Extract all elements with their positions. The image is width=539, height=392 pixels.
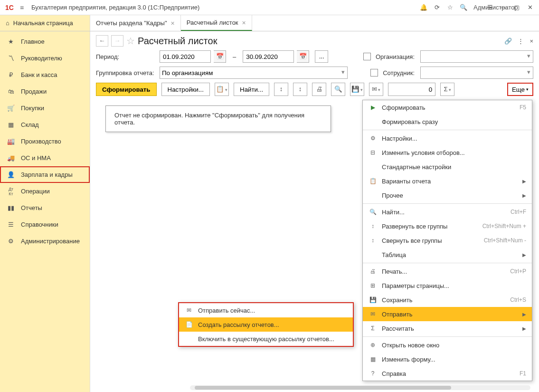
titlebar: 1С ≡ Бухгалтерия предприятия, редакция 3… — [0, 0, 539, 15]
menu-create-mailing[interactable]: 📄Создать рассылку отчетов... — [179, 317, 353, 332]
star-icon: ★ — [7, 38, 15, 45]
dtkt-icon: ДтКт — [7, 187, 15, 196]
menu-help[interactable]: ?СправкаF1 — [363, 366, 532, 381]
menu-settings[interactable]: ⚙Настройки... — [363, 131, 532, 145]
expand-button[interactable]: ↕ — [274, 83, 288, 96]
menu-send-now[interactable]: ✉Отправить сейчас... — [179, 303, 353, 317]
sidebar-item-salary[interactable]: 👤Зарплата и кадры — [0, 166, 90, 183]
sidebar: ★Главное 〽Руководителю ₽Банк и касса 🛍Пр… — [0, 31, 90, 392]
link-icon[interactable]: 🔗 — [504, 38, 512, 45]
user-label[interactable]: Администратор — [471, 4, 483, 11]
factory-icon: 🏭 — [7, 138, 15, 145]
sum-field[interactable] — [388, 83, 435, 96]
menu-calc[interactable]: ΣРассчитать▶ — [363, 321, 532, 335]
menu-save[interactable]: 💾СохранитьCtrl+S — [363, 293, 532, 307]
close-page-icon[interactable]: × — [530, 38, 533, 45]
close-icon[interactable]: × — [171, 19, 175, 27]
close-icon[interactable]: × — [242, 19, 246, 27]
chart-icon: 〽 — [7, 55, 15, 62]
collapse-button[interactable]: ↕ — [293, 83, 307, 96]
menu-new-window[interactable]: ⊕Открыть новое окно — [363, 338, 532, 352]
menu-generate-now[interactable]: Формировать сразу — [363, 115, 532, 129]
bell-icon[interactable]: 🔔 — [417, 4, 430, 11]
settings-button[interactable]: Настройки... — [161, 83, 210, 96]
sidebar-item-assets[interactable]: 🚚ОС и НМА — [0, 150, 90, 166]
menu-find[interactable]: 🔍Найти...Ctrl+F — [363, 205, 532, 219]
menu-print[interactable]: 🖨Печать...Ctrl+P — [363, 264, 532, 278]
menu-filters[interactable]: ⊟Изменить условия отборов... — [363, 145, 532, 160]
report-area: Отчет не сформирован. Нажмите "Сформиров… — [105, 105, 331, 132]
horizontal-scrollbar[interactable] — [190, 385, 530, 390]
date-from-input[interactable] — [160, 50, 211, 63]
maximize-button[interactable]: ▢ — [511, 4, 523, 11]
menu-edit-form[interactable]: ▦Изменить форму... — [363, 352, 532, 366]
preview-button[interactable]: 🔍 — [331, 83, 345, 96]
bag-icon: 🛍 — [7, 88, 15, 95]
settings-icon[interactable]: ☰ — [484, 4, 496, 11]
sigma-button[interactable]: Σ — [440, 83, 454, 96]
emp-checkbox[interactable] — [370, 69, 378, 76]
kebab-icon[interactable]: ⋮ — [518, 38, 524, 45]
tab-home[interactable]: ⌂ Начальная страница — [0, 15, 90, 31]
menu-variants[interactable]: 📋Варианты отчета▶ — [363, 174, 532, 188]
nav-forward-button[interactable]: → — [111, 35, 123, 47]
sidebar-item-main[interactable]: ★Главное — [0, 33, 90, 50]
org-field[interactable] — [420, 50, 533, 63]
bars-icon: ▮▮ — [7, 204, 15, 211]
page-title: Расчетный листок — [138, 36, 217, 47]
org-label: Организация: — [376, 53, 415, 60]
more-button[interactable]: Еще▾ — [507, 83, 533, 96]
org-checkbox[interactable] — [363, 53, 371, 60]
find-button[interactable]: Найти... — [234, 83, 269, 96]
favorite-icon[interactable]: ☆ — [126, 35, 135, 47]
close-button[interactable]: ✕ — [524, 4, 536, 11]
sidebar-item-reports[interactable]: ▮▮Отчеты — [0, 200, 90, 216]
mail-button[interactable]: ✉ — [369, 83, 383, 96]
sidebar-item-bank[interactable]: ₽Банк и касса — [0, 67, 90, 83]
grouping-select[interactable] — [160, 67, 348, 79]
sidebar-item-manager[interactable]: 〽Руководителю — [0, 50, 90, 67]
home-icon: ⌂ — [6, 19, 9, 27]
history-icon[interactable]: ⟳ — [431, 4, 443, 11]
date-to-input[interactable] — [243, 50, 294, 63]
menu-page-params[interactable]: ⊞Параметры страницы... — [363, 278, 532, 293]
menu-std-settings[interactable]: Стандартные настройки — [363, 160, 532, 174]
sidebar-item-sales[interactable]: 🛍Продажи — [0, 83, 90, 100]
menu-collapse-all[interactable]: ↕Свернуть все группыCtrl+Shift+Num - — [363, 233, 532, 248]
sidebar-item-production[interactable]: 🏭Производство — [0, 133, 90, 150]
menu-send[interactable]: ✉Отправить▶ — [363, 307, 532, 321]
tab-payslip[interactable]: Расчетный листок × — [181, 15, 252, 31]
send-submenu: ✉Отправить сейчас... 📄Создать рассылку о… — [178, 302, 354, 347]
sidebar-item-admin[interactable]: ⚙Администрирование — [0, 233, 90, 249]
logo-icon: 1С — [3, 3, 16, 12]
save-button[interactable]: 💾 — [350, 83, 364, 96]
tabs: ⌂ Начальная страница Отчеты раздела "Кад… — [0, 15, 539, 31]
period-picker-button[interactable]: ... — [315, 50, 328, 63]
hamburger-icon[interactable]: ≡ — [16, 4, 28, 11]
menu-include-mailing[interactable]: Включить в существующую рассылку отчетов… — [179, 332, 353, 346]
generate-button[interactable]: Сформировать — [96, 83, 157, 96]
tab-reports[interactable]: Отчеты раздела "Кадры" × — [90, 15, 181, 31]
more-menu: ▶СформироватьF5 Формировать сразу ⚙Настр… — [362, 100, 532, 381]
sidebar-item-purchases[interactable]: 🛒Покупки — [0, 100, 90, 116]
window-title: Бухгалтерия предприятия, редакция 3.0 (1… — [28, 4, 417, 11]
emp-field[interactable] — [420, 67, 533, 79]
calendar-icon[interactable]: 📅 — [297, 50, 309, 63]
nav-back-button[interactable]: ← — [96, 35, 108, 47]
calendar-icon[interactable]: 📅 — [214, 50, 226, 63]
star-icon[interactable]: ☆ — [444, 4, 456, 11]
paste-button[interactable]: 📋 — [215, 83, 229, 96]
search-icon[interactable]: 🔍 — [457, 4, 470, 11]
minimize-button[interactable]: — — [497, 4, 510, 11]
print-button[interactable]: 🖨 — [312, 83, 326, 96]
menu-table[interactable]: Таблица▶ — [363, 248, 532, 262]
person-icon: 👤 — [7, 171, 15, 178]
menu-expand-all[interactable]: ↕Развернуть все группыCtrl+Shift+Num + — [363, 219, 532, 233]
emp-label: Сотрудник: — [383, 69, 415, 76]
sidebar-item-warehouse[interactable]: ▦Склад — [0, 116, 90, 133]
sidebar-item-catalogs[interactable]: ☰Справочники — [0, 216, 90, 233]
sidebar-item-operations[interactable]: ДтКтОперации — [0, 183, 90, 200]
menu-generate[interactable]: ▶СформироватьF5 — [363, 100, 532, 115]
period-label: Период: — [96, 53, 157, 60]
menu-other[interactable]: Прочее▶ — [363, 188, 532, 202]
